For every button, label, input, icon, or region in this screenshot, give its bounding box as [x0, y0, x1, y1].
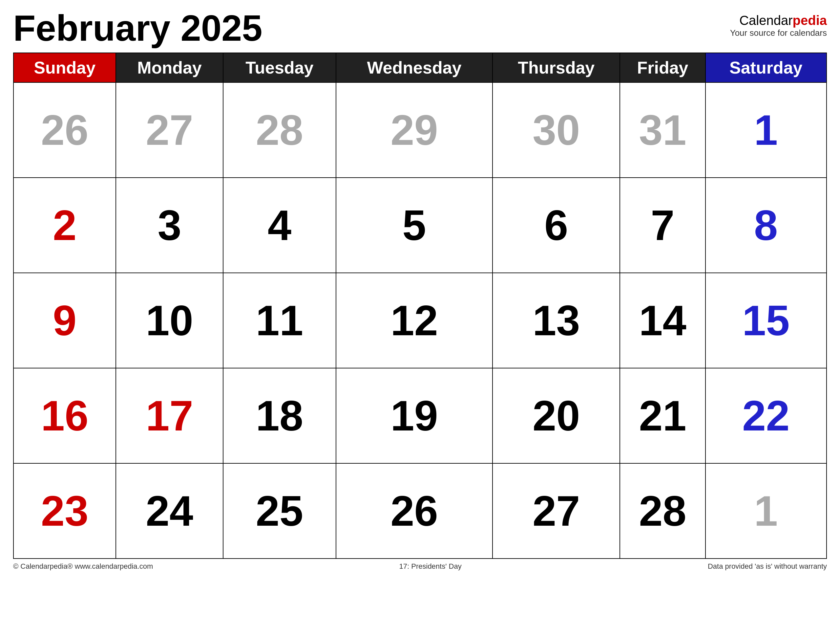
day-number: 8	[706, 201, 826, 250]
footer-holiday: 17: Presidents' Day	[399, 562, 462, 571]
day-number: 27	[493, 486, 619, 535]
brand-logo: Calendarpedia Your source for calendars	[730, 10, 827, 38]
day-number: 22	[706, 391, 826, 440]
calendar-week-row: 2324252627281	[13, 463, 827, 559]
day-number: 6	[493, 201, 619, 250]
calendar-header-row: Sunday Monday Tuesday Wednesday Thursday…	[13, 53, 827, 82]
day-number: 27	[116, 105, 223, 155]
calendar-day-cell[interactable]: 5	[336, 177, 493, 273]
day-number: 9	[14, 296, 115, 345]
day-number: 23	[14, 486, 115, 535]
day-number: 26	[14, 105, 115, 155]
brand-name: Calendarpedia	[730, 13, 827, 28]
header-sunday: Sunday	[13, 53, 116, 82]
day-number: 16	[14, 391, 115, 440]
calendar-day-cell[interactable]: 8	[706, 177, 827, 273]
day-number: 31	[620, 105, 705, 155]
calendar-day-cell[interactable]: 13	[493, 273, 620, 368]
calendar-day-cell[interactable]: 2	[13, 177, 116, 273]
header-friday: Friday	[620, 53, 705, 82]
day-number: 28	[223, 105, 336, 155]
day-number: 7	[620, 201, 705, 250]
calendar-day-cell[interactable]: 15	[706, 273, 827, 368]
day-number: 3	[116, 201, 223, 250]
header-wednesday: Wednesday	[336, 53, 493, 82]
calendar-day-cell[interactable]: 26	[13, 82, 116, 177]
calendar-week-row: 2345678	[13, 177, 827, 273]
calendar-day-cell[interactable]: 1	[706, 82, 827, 177]
day-number: 30	[493, 105, 619, 155]
calendar-footer: © Calendarpedia® www.calendarpedia.com 1…	[13, 562, 827, 571]
header-monday: Monday	[116, 53, 223, 82]
calendar-day-cell[interactable]: 12	[336, 273, 493, 368]
calendar-day-cell[interactable]: 4	[223, 177, 336, 273]
calendar-day-cell[interactable]: 25	[223, 463, 336, 559]
header-saturday: Saturday	[706, 53, 827, 82]
day-number: 29	[336, 105, 492, 155]
day-number: 12	[336, 296, 492, 345]
day-number: 1	[706, 486, 826, 535]
calendar-day-cell[interactable]: 30	[493, 82, 620, 177]
day-number: 24	[116, 486, 223, 535]
calendar-day-cell[interactable]: 21	[620, 368, 705, 463]
day-number: 1	[706, 105, 826, 155]
page-title: February 2025	[13, 10, 262, 47]
day-number: 11	[223, 296, 336, 345]
calendar-day-cell[interactable]: 24	[116, 463, 223, 559]
calendar-day-cell[interactable]: 9	[13, 273, 116, 368]
calendar-day-cell[interactable]: 28	[223, 82, 336, 177]
calendar-day-cell[interactable]: 28	[620, 463, 705, 559]
footer-disclaimer: Data provided 'as is' without warranty	[708, 562, 827, 571]
calendar-day-cell[interactable]: 26	[336, 463, 493, 559]
calendar-day-cell[interactable]: 16	[13, 368, 116, 463]
day-number: 26	[336, 486, 492, 535]
header-tuesday: Tuesday	[223, 53, 336, 82]
calendar-table: Sunday Monday Tuesday Wednesday Thursday…	[13, 52, 827, 559]
calendar-day-cell[interactable]: 19	[336, 368, 493, 463]
brand-tagline: Your source for calendars	[730, 28, 827, 38]
footer-copyright: © Calendarpedia® www.calendarpedia.com	[13, 562, 153, 571]
day-number: 18	[223, 391, 336, 440]
calendar-day-cell[interactable]: 6	[493, 177, 620, 273]
day-number: 2	[14, 201, 115, 250]
calendar-day-cell[interactable]: 1	[706, 463, 827, 559]
calendar-day-cell[interactable]: 17	[116, 368, 223, 463]
calendar-day-cell[interactable]: 18	[223, 368, 336, 463]
day-number: 4	[223, 201, 336, 250]
calendar-week-row: 16171819202122	[13, 368, 827, 463]
page-header: February 2025 Calendarpedia Your source …	[13, 10, 827, 47]
calendar-day-cell[interactable]: 20	[493, 368, 620, 463]
calendar-day-cell[interactable]: 10	[116, 273, 223, 368]
day-number: 14	[620, 296, 705, 345]
day-number: 10	[116, 296, 223, 345]
day-number: 19	[336, 391, 492, 440]
calendar-week-row: 2627282930311	[13, 82, 827, 177]
day-number: 5	[336, 201, 492, 250]
calendar-day-cell[interactable]: 7	[620, 177, 705, 273]
calendar-day-cell[interactable]: 11	[223, 273, 336, 368]
calendar-day-cell[interactable]: 3	[116, 177, 223, 273]
calendar-day-cell[interactable]: 23	[13, 463, 116, 559]
calendar-day-cell[interactable]: 27	[116, 82, 223, 177]
day-number: 20	[493, 391, 619, 440]
day-number: 25	[223, 486, 336, 535]
calendar-day-cell[interactable]: 22	[706, 368, 827, 463]
calendar-day-cell[interactable]: 14	[620, 273, 705, 368]
day-number: 28	[620, 486, 705, 535]
brand-name-suffix: pedia	[793, 13, 827, 28]
calendar-day-cell[interactable]: 31	[620, 82, 705, 177]
header-thursday: Thursday	[493, 53, 620, 82]
day-number: 13	[493, 296, 619, 345]
calendar-day-cell[interactable]: 27	[493, 463, 620, 559]
calendar-day-cell[interactable]: 29	[336, 82, 493, 177]
day-number: 21	[620, 391, 705, 440]
calendar-week-row: 9101112131415	[13, 273, 827, 368]
day-number: 15	[706, 296, 826, 345]
day-number: 17	[116, 391, 223, 440]
